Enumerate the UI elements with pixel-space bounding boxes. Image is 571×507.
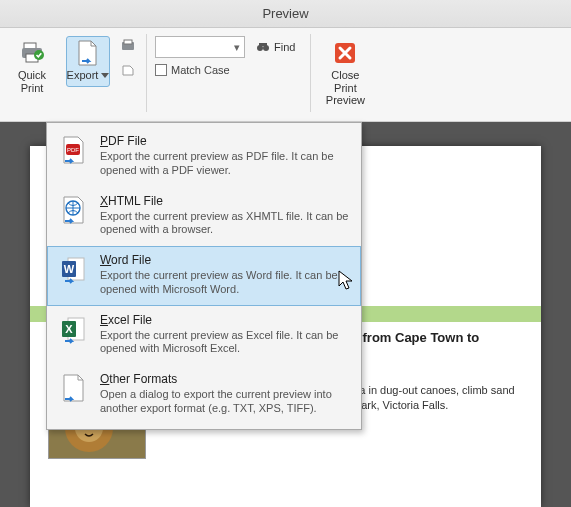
svg-text:W: W: [64, 263, 75, 275]
dropdown-caret-icon: ▾: [234, 41, 240, 54]
quick-export-small-button[interactable]: [118, 36, 138, 56]
options-small-button[interactable]: [118, 60, 138, 80]
menu-item-title: PDF File: [100, 134, 350, 148]
xhtml-file-icon: [58, 194, 90, 226]
menu-item-title: Excel File: [100, 313, 350, 327]
checkbox-icon: [155, 64, 167, 76]
menu-item-desc: Open a dialog to export the current prev…: [100, 388, 350, 416]
svg-text:X: X: [65, 323, 73, 335]
export-label: Export: [67, 69, 99, 82]
pdf-file-icon: PDF: [58, 134, 90, 166]
menu-item-title: XHTML File: [100, 194, 350, 208]
export-menu: PDFPDF FileExport the current preview as…: [46, 122, 362, 430]
export-page-icon: [74, 39, 102, 67]
mouse-cursor-icon: [338, 270, 356, 292]
close-x-icon: [331, 39, 359, 67]
other-file-icon: [58, 372, 90, 404]
ribbon: Quick Print Export: [0, 28, 571, 122]
match-case-checkbox[interactable]: Match Case: [155, 64, 302, 76]
export-menu-item-xhtml[interactable]: XHTML FileExport the current preview as …: [47, 187, 361, 247]
menu-item-desc: Export the current preview as XHMTL file…: [100, 210, 350, 238]
svg-text:PDF: PDF: [67, 147, 79, 153]
ribbon-separator: [146, 34, 147, 112]
binoculars-icon: [256, 40, 270, 54]
quick-print-button[interactable]: Quick Print: [10, 36, 54, 99]
window-title: Preview: [0, 0, 571, 28]
export-menu-item-other[interactable]: Other FormatsOpen a dialog to export the…: [47, 365, 361, 425]
menu-item-desc: Export the current preview as Word file.…: [100, 269, 350, 297]
export-menu-item-pdf[interactable]: PDFPDF FileExport the current preview as…: [47, 127, 361, 187]
menu-item-desc: Export the current preview as Excel file…: [100, 329, 350, 357]
quick-print-label: Quick Print: [18, 69, 46, 94]
menu-item-title: Word File: [100, 253, 350, 267]
svg-rect-8: [259, 43, 267, 46]
ribbon-separator: [310, 34, 311, 112]
export-button[interactable]: Export: [66, 36, 110, 87]
menu-item-title: Other Formats: [100, 372, 350, 386]
word-file-icon: W: [58, 253, 90, 285]
close-preview-label: Close Print Preview: [326, 69, 365, 107]
close-preview-button[interactable]: Close Print Preview: [323, 36, 367, 112]
find-button[interactable]: Find: [249, 36, 302, 58]
chevron-down-icon: [101, 73, 109, 78]
printer-icon: [18, 39, 46, 67]
svg-rect-5: [124, 40, 132, 44]
menu-item-desc: Export the current preview as PDF file. …: [100, 150, 350, 178]
search-input[interactable]: ▾: [155, 36, 245, 58]
excel-file-icon: X: [58, 313, 90, 345]
export-menu-item-excel[interactable]: XExcel FileExport the current preview as…: [47, 306, 361, 366]
export-menu-item-word[interactable]: WWord FileExport the current preview as …: [47, 246, 361, 306]
